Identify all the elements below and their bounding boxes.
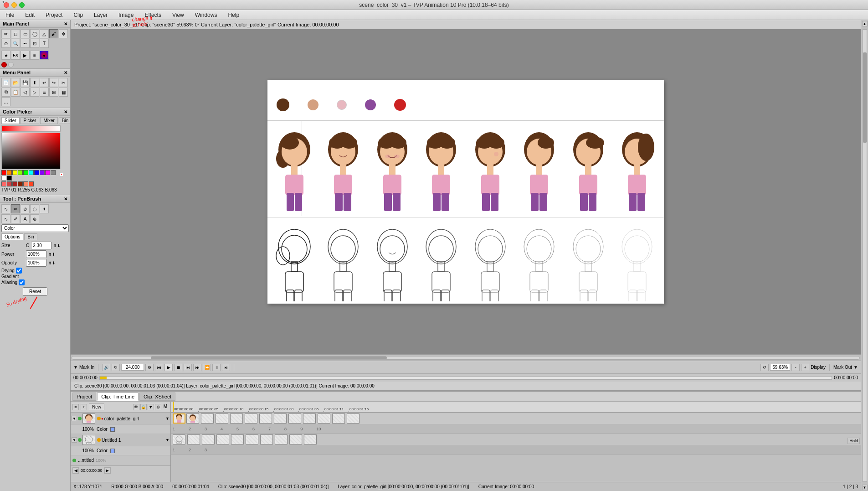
color-picker-close[interactable]: ✕ <box>64 109 67 114</box>
frame-settings-btn[interactable]: ⚙ <box>145 364 154 371</box>
tool-arrow[interactable]: △ <box>40 29 49 38</box>
menu-image[interactable]: Image <box>117 11 135 19</box>
track2-frame-4[interactable] <box>216 434 229 444</box>
traffic-lights[interactable] <box>4 2 25 8</box>
zoom-minus[interactable]: - <box>791 364 800 371</box>
tl-eye-icon[interactable]: 👁 <box>133 404 139 410</box>
menu-file[interactable]: File <box>4 11 16 19</box>
power-spinner-icon[interactable]: ⬆⬇ <box>48 252 56 257</box>
tab-project[interactable]: Project <box>72 393 96 401</box>
tool-star[interactable]: ★ <box>1 51 10 60</box>
track2-frame-10[interactable] <box>304 434 317 444</box>
zoom-reset-btn[interactable]: ↺ <box>760 364 769 371</box>
layer-menu-2[interactable]: ▼ <box>165 438 169 442</box>
tool-brush[interactable]: 🖌 <box>49 29 58 38</box>
zoom-plus[interactable]: + <box>801 364 809 371</box>
tool-play[interactable]: ▶ <box>21 51 30 60</box>
menu-windows[interactable]: Windows <box>193 11 219 19</box>
brush-type-9[interactable]: ⊕ <box>30 214 39 223</box>
fast-forward[interactable]: ⏩ <box>203 364 211 371</box>
track2-frame-2[interactable] <box>187 434 200 444</box>
brush-type-4[interactable]: ◌ <box>30 204 39 213</box>
tool-export[interactable]: ⬆ <box>30 78 39 87</box>
layer-visible-2[interactable] <box>78 438 82 442</box>
brush-type-6[interactable]: ∿ <box>1 214 10 223</box>
tool-text[interactable]: T <box>40 39 49 48</box>
color-swatch-blue[interactable] <box>34 170 39 175</box>
size-input[interactable] <box>31 242 51 249</box>
track2-frame-8[interactable] <box>275 434 288 444</box>
tool-fx[interactable]: FX <box>11 51 20 60</box>
track2-frame-5[interactable] <box>231 434 244 444</box>
frame-thumb-5[interactable] <box>230 413 243 424</box>
menu-help[interactable]: Help <box>226 11 241 19</box>
tool-layers[interactable]: ≡ <box>30 51 39 60</box>
frame-thumb-9[interactable] <box>288 413 301 424</box>
frame-thumb-12[interactable] <box>332 413 345 424</box>
timecode-track[interactable] <box>99 376 832 380</box>
new-layer-btn[interactable]: New <box>89 403 104 410</box>
brush-type-8[interactable]: A <box>21 214 30 223</box>
menu-panel-close[interactable]: ✕ <box>64 70 67 75</box>
scroll-track-h[interactable] <box>72 356 860 360</box>
close-button[interactable] <box>4 2 9 8</box>
color-mode-select[interactable]: Color <box>1 224 69 232</box>
audio-btn[interactable]: 🔊 <box>102 364 110 371</box>
tool-paste[interactable]: 📋 <box>11 88 20 97</box>
tool-next-frame[interactable]: ▷ <box>30 88 39 97</box>
fps-display[interactable]: 24.000 <box>121 364 144 371</box>
frame-thumb-6[interactable] <box>245 413 257 424</box>
mark-out-arrow[interactable]: ▼ <box>853 365 858 370</box>
tool-zoom[interactable]: 🔍 <box>11 39 20 48</box>
loop-btn[interactable]: ↻ <box>112 364 120 371</box>
color-swatch-black[interactable] <box>7 176 12 181</box>
brush-type-1[interactable]: ∿ <box>1 204 10 213</box>
brush-type-7[interactable]: ✐ <box>11 214 20 223</box>
tab-clip-timeline[interactable]: Clip: Time Line <box>97 393 139 401</box>
color-swatch-r2[interactable] <box>7 181 12 186</box>
layer-visible-3[interactable] <box>72 459 76 462</box>
frame-thumb-3[interactable] <box>201 413 214 424</box>
tool-rect[interactable]: ▭ <box>21 29 30 38</box>
prev-frame-btn[interactable]: ⏮ <box>184 364 192 371</box>
color-swatch-white[interactable] <box>1 176 6 181</box>
scroll-top-btn[interactable]: ▲ <box>862 21 868 26</box>
color-swatch-green[interactable] <box>23 170 28 175</box>
power-input[interactable] <box>26 250 46 258</box>
frame-1-active[interactable]: ← change it <box>173 413 185 424</box>
next-frame-btn[interactable]: ⏭ <box>193 364 201 371</box>
track2-frame-7[interactable] <box>260 434 273 444</box>
maximize-button[interactable] <box>19 2 25 8</box>
track2-frame-1[interactable] <box>173 434 185 444</box>
color-swatch-r5[interactable] <box>23 181 28 186</box>
track2-frame-6[interactable] <box>246 434 258 444</box>
frame-thumb-10[interactable] <box>303 413 316 424</box>
frame-thumb-13[interactable] <box>347 413 360 424</box>
color-hue-bar[interactable] <box>1 125 61 132</box>
color-swatch-gray[interactable] <box>51 170 56 175</box>
rewind-begin[interactable]: ⏮ <box>155 364 163 371</box>
drying-checkbox[interactable] <box>16 268 22 274</box>
reset-button[interactable]: Reset <box>23 287 47 296</box>
menu-edit[interactable]: Edit <box>23 11 36 19</box>
canvas-scrollbar-h[interactable] <box>71 354 861 361</box>
color-swatch-r1[interactable] <box>1 181 6 186</box>
tool-save[interactable]: 💾 <box>21 78 30 87</box>
brush-type-5[interactable]: ✦ <box>40 204 49 213</box>
track2-frame-3[interactable] <box>202 434 215 444</box>
tool-color[interactable]: ● <box>40 51 49 60</box>
color-swatch-lime[interactable] <box>18 170 23 175</box>
menu-project[interactable]: Project <box>44 11 64 19</box>
tool-grid-view[interactable]: ⊞ <box>49 88 58 97</box>
aliasing-checkbox[interactable] <box>19 279 25 285</box>
tool-table[interactable]: ▦ <box>59 88 68 97</box>
frame-thumb-7[interactable] <box>259 413 272 424</box>
color-swatch-r3[interactable] <box>12 181 17 186</box>
tool-ellipse[interactable]: ◯ <box>30 29 39 38</box>
tool-panel-close[interactable]: ✕ <box>64 196 67 202</box>
color-swatch-violet[interactable] <box>40 170 45 175</box>
tool-pencil[interactable]: ✏ <box>1 29 10 38</box>
zoom-display[interactable]: 59.63% <box>770 364 790 371</box>
color-swatch-yellow[interactable] <box>12 170 17 175</box>
tool-open[interactable]: 📂 <box>11 78 20 87</box>
